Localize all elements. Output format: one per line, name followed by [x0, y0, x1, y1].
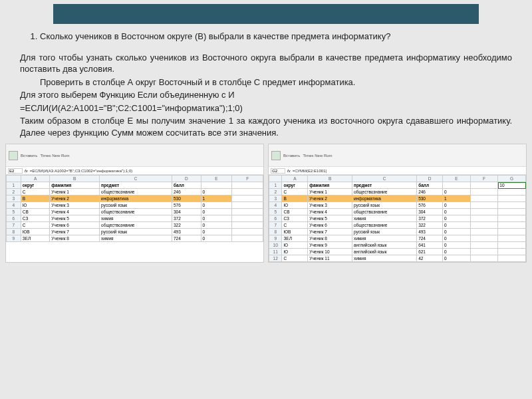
explain-formula: =ЕСЛИ(И(A2:A1001="В";C2:C1001="информати…: [20, 102, 512, 114]
col-F[interactable]: F: [470, 176, 498, 182]
table-row[interactable]: 7СУченик 6обществознание3220: [269, 222, 526, 229]
table-row[interactable]: 8ЮВУченик 7русский язык4930: [7, 229, 263, 235]
slide-header-bar: [53, 4, 479, 24]
header-row[interactable]: 1 округ фамилия предмет балл: [7, 182, 263, 189]
name-box[interactable]: E2: [8, 168, 23, 174]
slide-text: Сколько учеников в Восточном округе (В) …: [0, 24, 532, 144]
excel-shot-left: Вставить Times New Rom E2 fx =ЕСЛИ(И(A3:…: [5, 144, 264, 263]
table-row[interactable]: 8ЮВУченик 7русский язык4930: [269, 229, 526, 235]
col-B[interactable]: B: [50, 176, 100, 182]
formula-text[interactable]: =ЕСЛИ(И(A3:A1002="В";C3:C1002="информати…: [30, 169, 133, 173]
grid-left[interactable]: A B C D E F 1 округ фамилия предмет балл…: [6, 175, 263, 242]
question-text: Сколько учеников в Восточном округе (В) …: [40, 31, 390, 41]
fx-icon: fx: [25, 169, 28, 173]
col-F[interactable]: F: [232, 176, 263, 182]
ribbon: Вставить Times New Rom: [269, 144, 526, 167]
formula-bar: E2 fx =ЕСЛИ(И(A3:A1002="В";C3:C1002="инф…: [6, 167, 263, 175]
explain-p3: Для этого выберем Функцию Если объединен…: [20, 89, 512, 101]
paste-icon: [271, 151, 281, 160]
table-row[interactable]: 10ЮУченик 9английский язык6410: [269, 242, 526, 249]
table-row[interactable]: 4ЮУченик 3русский язык5760: [269, 202, 526, 209]
explain-p4: Таким образом в столбце Е мы получим зна…: [20, 115, 512, 138]
table-row[interactable]: 6СЗУченик 5химия3720: [269, 215, 526, 222]
col-C[interactable]: C: [352, 176, 416, 182]
name-box[interactable]: G2: [271, 168, 285, 174]
table-row[interactable]: 2СУченик 1обществознание2460: [7, 189, 263, 196]
excel-shot-right: Вставить Times New Rom G2 fx =СУММ(E2:E1…: [268, 144, 527, 263]
table-row[interactable]: 9ЗЕЛУченик 8химия7240: [269, 235, 526, 242]
table-row[interactable]: 4ЮУченик 3русский язык5760: [7, 202, 263, 209]
result-cell[interactable]: 10: [498, 182, 526, 189]
table-row[interactable]: 6СЗУченик 5химия3720: [7, 215, 263, 222]
corner[interactable]: [269, 176, 282, 182]
table-row[interactable]: 3ВУченик 2информатика5301: [269, 196, 526, 202]
question-item: Сколько учеников в Восточном округе (В) …: [40, 31, 512, 43]
col-E[interactable]: E: [201, 176, 232, 182]
table-row[interactable]: 5СВУченик 4обществознание3040: [7, 209, 263, 215]
explain-p2: Проверить в столбце А округ Восточный и …: [20, 76, 512, 88]
excel-screenshots: Вставить Times New Rom E2 fx =ЕСЛИ(И(A3:…: [0, 144, 532, 263]
table-row[interactable]: 2СУченик 1обществознание2460: [269, 189, 526, 196]
table-row[interactable]: 3ВУченик 2информатика5301: [7, 196, 263, 202]
grid-right[interactable]: A B C D E F G 1 округ фамилия предмет ба…: [269, 175, 526, 262]
table-row[interactable]: 12СУченик 11химия420: [269, 255, 526, 262]
corner[interactable]: [7, 176, 21, 182]
col-G[interactable]: G: [498, 176, 526, 182]
table-row[interactable]: 7СУченик 6обществознание3220: [7, 222, 263, 229]
col-D[interactable]: D: [172, 176, 201, 182]
col-D[interactable]: D: [417, 176, 443, 182]
header-row[interactable]: 1 округ фамилия предмет балл 10: [269, 182, 526, 189]
col-A[interactable]: A: [282, 176, 308, 182]
table-row[interactable]: 9ЗЕЛУченик 8химия7240: [7, 235, 263, 242]
paste-icon: [9, 151, 18, 160]
formula-bar: G2 fx =СУММ(E2:E1001): [269, 167, 526, 175]
table-row[interactable]: 5СВУченик 4обществознание3040: [269, 209, 526, 215]
formula-text[interactable]: =СУММ(E2:E1001): [293, 169, 327, 173]
col-B[interactable]: B: [308, 176, 352, 182]
col-C[interactable]: C: [100, 176, 172, 182]
explain-p1: Для того чтобы узнать сколько учеников и…: [20, 52, 512, 75]
col-A[interactable]: A: [21, 176, 50, 182]
table-row[interactable]: 11ЮУченик 10английский язык6210: [269, 249, 526, 255]
fx-icon: fx: [287, 169, 291, 173]
col-E[interactable]: E: [443, 176, 471, 182]
ribbon: Вставить Times New Rom: [6, 144, 263, 167]
